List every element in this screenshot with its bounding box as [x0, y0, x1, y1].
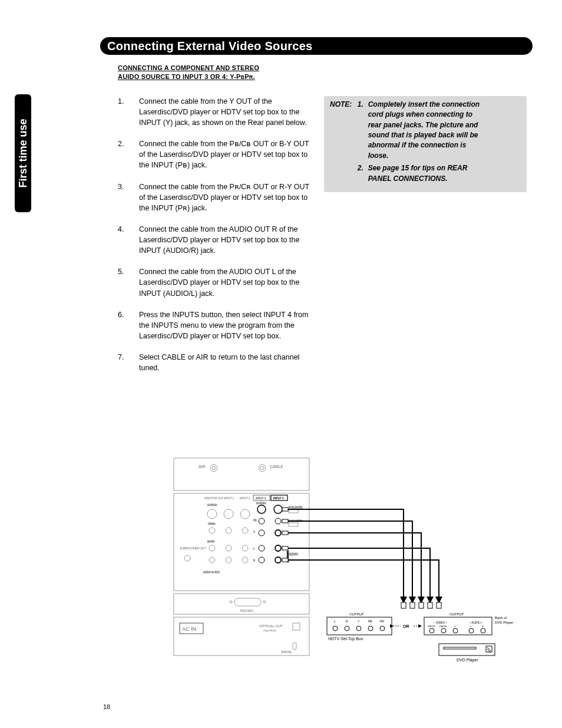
diag-or: OR — [403, 624, 409, 628]
svg-point-29 — [226, 557, 232, 563]
svg-point-36 — [230, 601, 232, 603]
svg-point-16 — [259, 518, 265, 524]
steps-list: Connect the cable from the Y OUT of the … — [118, 96, 312, 374]
svg-point-11 — [240, 509, 250, 519]
section-heading: CONNECTING A COMPONENT AND STEREO AUIDO … — [118, 64, 527, 82]
svg-point-13 — [274, 505, 282, 513]
diag-digital-audio: Digital Audio — [263, 629, 277, 632]
svg-rect-41 — [293, 643, 296, 650]
connection-diagram: AIR CABLE MONITOR OUT INPUT 1 INPUT 2 IN… — [168, 455, 515, 673]
svg-rect-46 — [282, 558, 288, 562]
section-heading-line2a: AUIDO SOURCE TO INPUT 3 OR 4: Y-P — [118, 73, 241, 80]
svg-rect-66 — [439, 644, 495, 655]
diag-dvd-caption: DVD Player — [457, 658, 478, 663]
svg-line-69 — [487, 647, 491, 651]
svg-point-62 — [441, 628, 446, 633]
svg-point-28 — [209, 557, 215, 563]
diag-input2: INPUT 2 — [240, 497, 250, 500]
svg-point-56 — [368, 626, 373, 631]
diag-dvd-pbcb: PB/CB — [439, 625, 447, 628]
diag-dvd-output: OUTPUT — [449, 612, 464, 616]
svg-rect-51 — [437, 602, 441, 608]
svg-point-12 — [257, 505, 266, 513]
note-item: See page 15 for tips on REAR PANEL CONNE… — [358, 163, 487, 184]
svg-point-9 — [207, 509, 217, 519]
step-item: Connect the cable from the Pʀ/Cʀ OUT or … — [118, 182, 312, 213]
diag-svideo-lbl: S-VIDEO — [207, 503, 217, 506]
diag-swivel: SWIVEL — [281, 650, 292, 654]
diag-ac-in: AC IN — [182, 626, 196, 632]
svg-point-20 — [209, 528, 215, 533]
diag-y: Y — [253, 531, 255, 533]
diag-subwoofer: SUBWOOFER OUT — [180, 546, 206, 550]
svg-point-4 — [260, 466, 264, 470]
step-item: Connect the cable from the Pʙ/Cʙ OUT or … — [118, 139, 312, 170]
svg-point-22 — [242, 528, 248, 533]
svg-point-37 — [263, 601, 266, 603]
svg-rect-67 — [444, 647, 476, 649]
svg-point-54 — [345, 626, 349, 631]
svg-point-57 — [380, 626, 385, 631]
svg-rect-45 — [282, 546, 288, 550]
svg-rect-43 — [282, 519, 288, 523]
svg-point-25 — [242, 545, 248, 551]
svg-point-27 — [275, 545, 281, 551]
svg-rect-47 — [401, 602, 406, 608]
diag-irblaster1: IR BLASTER — [289, 506, 302, 509]
diag-input4: INPUT 4 — [273, 497, 284, 500]
svg-rect-40 — [293, 623, 300, 630]
diag-stb-pb: PB — [368, 620, 372, 623]
step-item: Press the INPUTS button, then select INP… — [118, 309, 312, 341]
diag-video-lbl: VIDEO — [208, 522, 215, 525]
diag-cable: CABLE — [270, 465, 283, 469]
diag-stb-caption: HDTV Set-Top Box — [328, 637, 363, 641]
diag-input1: INPUT 1 — [224, 497, 234, 500]
page-number: 18 — [103, 703, 110, 710]
section-heading-line2c: P — [244, 73, 249, 80]
diag-air: AIR — [199, 465, 206, 469]
diag-dvd-audio-group: ←AUDIO→ — [468, 621, 484, 624]
diag-pb: PB — [253, 519, 257, 522]
svg-point-61 — [429, 628, 434, 633]
svg-point-32 — [275, 557, 281, 563]
diag-l: L — [253, 547, 255, 550]
section-heading-line2e: . — [253, 73, 254, 80]
svg-point-63 — [453, 628, 458, 633]
svg-point-19 — [275, 530, 281, 536]
diag-dvd-prcr: PR/CR — [428, 625, 435, 628]
svg-point-18 — [259, 530, 265, 536]
svg-point-8 — [184, 555, 190, 561]
note-item: Completely insert the connection cord pl… — [358, 100, 487, 161]
diag-r: R — [253, 559, 255, 562]
svg-rect-15 — [289, 523, 298, 526]
diag-stb-r: R — [346, 620, 348, 623]
step-item: Select CABLE or AIR to return to the las… — [118, 352, 312, 373]
svg-point-65 — [481, 628, 485, 633]
diag-dvd-l: L — [470, 625, 472, 628]
diag-audio-lbl: AUDIO — [289, 552, 298, 556]
diag-dvd-r: R — [482, 625, 484, 628]
diag-rs232c: RS232C — [240, 609, 254, 612]
diag-stb-pr: PR — [380, 620, 384, 623]
svg-point-53 — [333, 626, 338, 631]
diag-svideo-lbl2: S-VIDEO — [256, 502, 266, 505]
side-chapter-label: First time use — [17, 118, 29, 187]
svg-rect-42 — [282, 508, 288, 511]
diag-audio-hifi: AUDIO To Hi-Fi — [203, 571, 220, 574]
svg-point-26 — [259, 545, 265, 551]
svg-point-24 — [226, 545, 232, 551]
svg-rect-0 — [174, 458, 309, 490]
diag-optical: OPTICAL OUT — [259, 624, 283, 628]
note-box: NOTE: Completely insert the connection c… — [324, 96, 527, 192]
diag-mono-lbl: MONO — [207, 540, 214, 543]
diag-stb-y: Y — [358, 620, 360, 623]
svg-rect-35 — [234, 598, 261, 606]
page-title-bar: Connecting External Video Sources — [100, 37, 533, 55]
svg-point-21 — [226, 528, 232, 533]
diag-monitor-out: MONITOR OUT — [204, 497, 223, 500]
diag-dvd-video-group: ←VIDEO→ — [433, 621, 448, 624]
svg-rect-48 — [410, 602, 415, 608]
svg-rect-50 — [428, 602, 432, 608]
svg-point-3 — [259, 465, 266, 472]
step-item: Connect the cable from the Y OUT of the … — [118, 96, 312, 128]
